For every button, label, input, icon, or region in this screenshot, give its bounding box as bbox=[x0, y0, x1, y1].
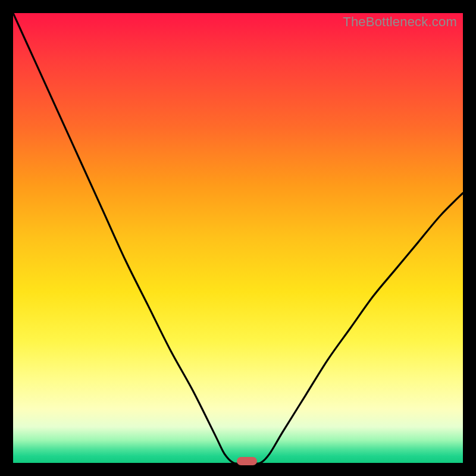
optimum-marker bbox=[237, 457, 257, 465]
plot-area: TheBottleneck.com bbox=[13, 13, 463, 463]
watermark-text: TheBottleneck.com bbox=[343, 14, 457, 30]
bottleneck-curve bbox=[13, 13, 463, 463]
chart-frame: TheBottleneck.com bbox=[0, 0, 476, 476]
